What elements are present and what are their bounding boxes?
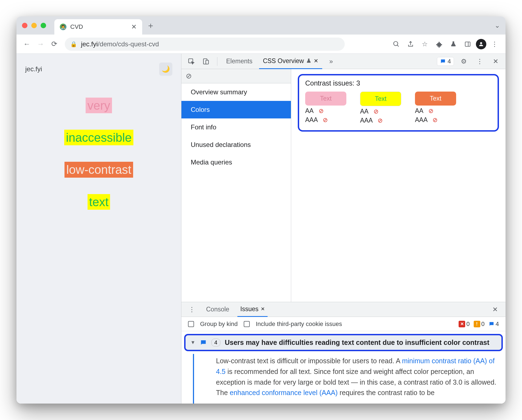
- sidepanel-icon[interactable]: [462, 38, 474, 50]
- more-tabs-button[interactable]: »: [325, 55, 337, 67]
- tabs-overflow-button[interactable]: ⌄: [495, 22, 500, 29]
- group-by-kind-checkbox[interactable]: [188, 321, 194, 327]
- issues-count[interactable]: 4: [489, 320, 499, 328]
- browser-tab[interactable]: 🧑‍🎨 CVD ✕: [54, 19, 142, 35]
- fail-icon: ⊘: [374, 108, 378, 115]
- devtools-drawer: ⋮ Console Issues ✕ ✕ Group by kind Inclu…: [181, 302, 506, 404]
- bookmark-icon[interactable]: ☆: [419, 38, 431, 50]
- device-toggle-icon[interactable]: [200, 55, 212, 67]
- comment-icon: [200, 339, 207, 346]
- devtools-tabbar: Elements CSS Overview ✕ » 4 ⚙ ⋮ ✕: [181, 54, 506, 69]
- drawer-tab-issues[interactable]: Issues ✕: [237, 302, 267, 317]
- tab-css-overview[interactable]: CSS Overview ✕: [259, 54, 322, 69]
- contrast-highlight-box: Contrast issues: 3 Text AA⊘ AAA⊘ Text AA…: [298, 74, 499, 132]
- traffic-lights: [22, 23, 46, 28]
- svg-point-4: [480, 42, 482, 44]
- theme-toggle-button[interactable]: 🌙: [159, 63, 172, 76]
- flask-icon: [306, 58, 311, 64]
- css-overview-sidebar: ⊘ Overview summary Colors Font info Unus…: [181, 69, 291, 302]
- comment-icon: [440, 58, 446, 64]
- contrast-title: Contrast issues: 3: [305, 79, 492, 87]
- sample-text-2: inaccessible: [64, 130, 133, 145]
- new-tab-button[interactable]: ＋: [147, 20, 155, 31]
- reload-button[interactable]: ⟳: [49, 39, 60, 50]
- sidebar-item-media[interactable]: Media queries: [181, 154, 291, 171]
- sidebar-item-overview[interactable]: Overview summary: [181, 83, 291, 101]
- rendered-page: jec.fyi 🌙 very inaccessible low-contrast…: [16, 54, 181, 404]
- title-bar: 🧑‍🎨 CVD ✕ ＋ ⌄: [16, 16, 506, 35]
- expand-icon[interactable]: ▼: [190, 340, 195, 345]
- issue-count-pill: 4: [211, 339, 220, 347]
- sidebar-item-colors[interactable]: Colors: [181, 101, 291, 118]
- drawer-close-button[interactable]: ✕: [489, 303, 501, 316]
- forward-button[interactable]: →: [35, 39, 46, 50]
- site-name: jec.fyi: [25, 65, 42, 73]
- sample-text-3: low-contrast: [64, 162, 133, 177]
- back-button[interactable]: ←: [21, 39, 32, 50]
- minimize-window-button[interactable]: [31, 23, 37, 28]
- url-text: jec.fyi/demo/cds-quest-cvd: [81, 40, 159, 48]
- fail-icon: ⊘: [323, 117, 328, 124]
- svg-line-1: [397, 45, 398, 46]
- address-bar: ← → ⟳ 🔒 jec.fyi/demo/cds-quest-cvd ☆ ⋮: [16, 35, 506, 54]
- group-by-kind-label: Group by kind: [200, 320, 238, 328]
- labs-icon[interactable]: [447, 38, 459, 50]
- contrast-swatch-1[interactable]: Text AA⊘ AAA⊘: [305, 92, 346, 124]
- link-aaa[interactable]: enhanced conformance level (AAA): [230, 389, 338, 396]
- favicon-icon: 🧑‍🎨: [60, 24, 66, 30]
- warnings-count[interactable]: !0: [474, 320, 485, 328]
- fail-icon: ⊘: [319, 107, 324, 115]
- inspect-icon[interactable]: [185, 55, 197, 67]
- drawer-tab-console[interactable]: Console: [203, 302, 232, 317]
- fail-icon: ⊘: [433, 117, 437, 124]
- share-icon[interactable]: [405, 38, 417, 50]
- contrast-panel: Contrast issues: 3 Text AA⊘ AAA⊘ Text AA…: [291, 69, 506, 302]
- include-third-party-checkbox[interactable]: [244, 321, 250, 327]
- sidebar-item-unused[interactable]: Unused declarations: [181, 136, 291, 154]
- tab-title: CVD: [70, 23, 127, 30]
- svg-point-0: [394, 41, 398, 46]
- issues-badge[interactable]: 4: [437, 57, 454, 66]
- profile-avatar[interactable]: [476, 39, 486, 49]
- issue-body: Low-contrast text is difficult or imposs…: [193, 354, 506, 404]
- sidebar-item-fontinfo[interactable]: Font info: [181, 118, 291, 136]
- svg-rect-7: [206, 60, 209, 64]
- fail-icon: ⊘: [428, 107, 433, 115]
- tab-close-button[interactable]: ✕: [131, 23, 137, 31]
- browser-window: 🧑‍🎨 CVD ✕ ＋ ⌄ ← → ⟳ 🔒 jec.fyi/demo/cds-q…: [16, 16, 506, 404]
- menu-button[interactable]: ⋮: [489, 38, 501, 50]
- tab-close-icon[interactable]: ✕: [314, 58, 318, 64]
- zoom-icon[interactable]: [390, 38, 402, 50]
- issue-title: Users may have difficulties reading text…: [225, 339, 496, 347]
- tab-close-icon[interactable]: ✕: [261, 306, 265, 312]
- maximize-window-button[interactable]: [41, 23, 46, 28]
- contrast-swatch-3[interactable]: Text AA⊘ AAA⊘: [415, 92, 456, 124]
- issue-header[interactable]: ▼ 4 Users may have difficulties reading …: [184, 334, 503, 351]
- errors-count[interactable]: ✕0: [459, 320, 470, 328]
- close-window-button[interactable]: [22, 23, 27, 28]
- extensions-icon[interactable]: [433, 38, 445, 50]
- content-row: jec.fyi 🌙 very inaccessible low-contrast…: [16, 54, 506, 404]
- settings-icon[interactable]: ⚙: [458, 55, 470, 67]
- svg-rect-2: [465, 42, 470, 46]
- drawer-menu-button[interactable]: ⋮: [186, 303, 198, 316]
- devtools-panel: Elements CSS Overview ✕ » 4 ⚙ ⋮ ✕: [181, 54, 506, 404]
- tab-elements[interactable]: Elements: [222, 54, 256, 69]
- url-input[interactable]: 🔒 jec.fyi/demo/cds-quest-cvd: [65, 38, 345, 51]
- contrast-swatch-2[interactable]: Text AA⊘ AAA⊘: [360, 92, 401, 124]
- include-third-party-label: Include third-party cookie issues: [256, 320, 342, 328]
- kebab-menu-button[interactable]: ⋮: [474, 55, 486, 67]
- clear-icon[interactable]: ⊘: [186, 72, 192, 80]
- fail-icon: ⊘: [378, 117, 383, 124]
- sample-text-4: text: [88, 194, 110, 210]
- sample-text-1: very: [86, 98, 112, 113]
- devtools-close-button[interactable]: ✕: [490, 55, 502, 67]
- lock-icon: 🔒: [70, 41, 77, 47]
